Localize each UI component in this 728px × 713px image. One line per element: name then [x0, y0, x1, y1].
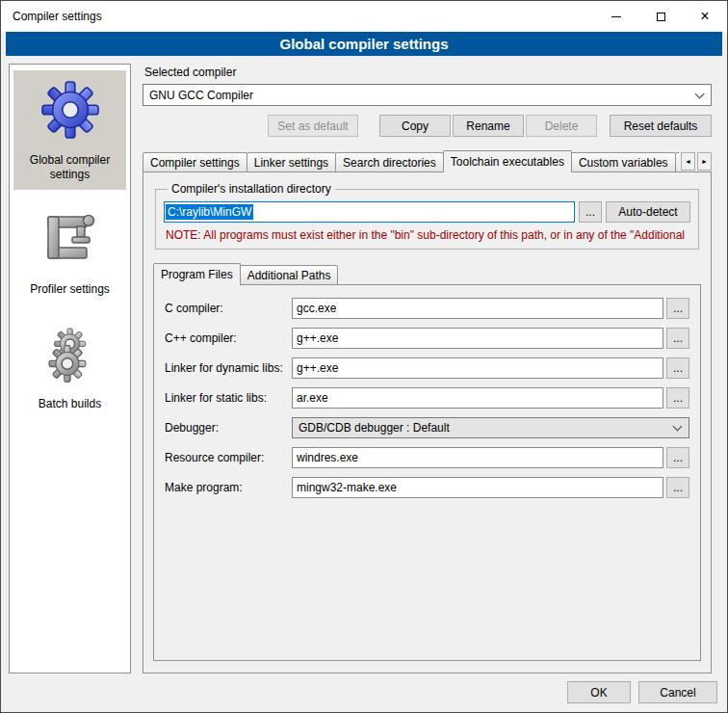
program-files-panel: C compiler: ... C++ compiler: ... Linker…: [153, 284, 701, 661]
compiler-select[interactable]: GNU GCC Compiler: [143, 84, 712, 106]
set-as-default-button[interactable]: Set as default: [268, 115, 358, 137]
static-linker-browse-button[interactable]: ...: [666, 387, 689, 409]
debugger-select-value: GDB/CDB debugger : Default: [299, 421, 666, 435]
tab-toolchain-executables[interactable]: Toolchain executables: [443, 150, 572, 172]
tab-linker-settings[interactable]: Linker settings: [247, 152, 336, 172]
ok-button[interactable]: OK: [567, 681, 631, 703]
sidebar-item-label: Global compiler settings: [16, 153, 123, 182]
note-text: NOTE: All programs must exist either in …: [166, 228, 690, 242]
make-program-input[interactable]: [292, 477, 663, 498]
maximize-button[interactable]: [638, 1, 683, 32]
form-row: Debugger: GDB/CDB debugger : Default: [165, 417, 689, 438]
make-program-browse-button[interactable]: ...: [666, 477, 689, 498]
banner-title: Global compiler settings: [6, 32, 722, 56]
compiler-actions: Set as default Copy Rename Delete Reset …: [143, 115, 712, 137]
dynamic-linker-input[interactable]: [292, 357, 663, 379]
form-row: Linker for dynamic libs: ...: [165, 357, 689, 379]
subtab-program-files[interactable]: Program Files: [153, 263, 241, 285]
resource-compiler-browse-button[interactable]: ...: [666, 447, 689, 468]
field-label: Linker for dynamic libs:: [165, 361, 292, 375]
maximize-icon: [657, 13, 665, 21]
form-row: Linker for static libs: ...: [165, 387, 689, 409]
c-compiler-input[interactable]: [292, 298, 663, 319]
sidebar-item-batch-builds[interactable]: Batch builds: [13, 314, 126, 419]
form-row: Make program: ...: [165, 477, 689, 498]
reset-defaults-button[interactable]: Reset defaults: [610, 115, 712, 137]
install-dir-browse-button[interactable]: ...: [579, 201, 602, 223]
close-button[interactable]: ×: [683, 1, 727, 32]
tab-custom-variables[interactable]: Custom variables: [571, 152, 676, 172]
install-dir-row: C:\raylib\MinGW ... Auto-detect: [164, 201, 690, 223]
tab-search-directories[interactable]: Search directories: [335, 152, 444, 172]
selected-compiler-label: Selected compiler: [144, 66, 712, 79]
field-label: C compiler:: [165, 302, 292, 315]
subtab-additional-paths[interactable]: Additional Paths: [240, 265, 339, 285]
subtab-strip: Program Files Additional Paths: [153, 263, 701, 285]
cpp-compiler-browse-button[interactable]: ...: [666, 328, 689, 349]
scroll-left-icon: ◄: [685, 158, 691, 165]
tab-scroll-left-button[interactable]: ◄: [681, 152, 695, 171]
field-label: Make program:: [165, 481, 292, 494]
dialog-content: Global compiler settings: [1, 56, 727, 673]
titlebar: Compiler settings ×: [1, 1, 727, 32]
profiler-clamp-icon: [40, 209, 100, 269]
field-label: C++ compiler:: [165, 331, 292, 345]
install-dir-value: C:\raylib\MinGW: [166, 204, 253, 220]
auto-detect-button[interactable]: Auto-detect: [606, 201, 690, 223]
field-label: Linker for static libs:: [165, 391, 292, 405]
copy-button[interactable]: Copy: [379, 115, 451, 137]
install-dir-group-title: Compiler's installation directory: [168, 182, 335, 196]
resource-compiler-input[interactable]: [292, 447, 663, 468]
rename-button[interactable]: Rename: [453, 115, 524, 137]
sidebar: Global compiler settings: [9, 64, 131, 673]
dialog-footer: OK Cancel: [1, 673, 727, 712]
chevron-down-icon: [673, 422, 683, 432]
tab-compiler-settings[interactable]: Compiler settings: [143, 152, 247, 172]
field-label: Resource compiler:: [165, 451, 292, 464]
window-controls: ×: [594, 1, 727, 32]
tab-scrollers: ◄ ►: [679, 152, 712, 171]
c-compiler-browse-button[interactable]: ...: [666, 298, 689, 319]
cpp-compiler-input[interactable]: [292, 328, 663, 349]
sidebar-item-profiler-settings[interactable]: Profiler settings: [13, 199, 126, 304]
chevron-down-icon: [695, 89, 705, 98]
window-title: Compiler settings: [1, 10, 594, 23]
install-dir-input[interactable]: C:\raylib\MinGW: [164, 201, 575, 223]
debugger-select[interactable]: GDB/CDB debugger : Default: [292, 417, 689, 438]
tab-bar: Compiler settings Linker settings Search…: [143, 150, 712, 172]
cancel-button[interactable]: Cancel: [638, 681, 717, 703]
form-row: Resource compiler: ...: [165, 447, 689, 468]
blue-gear-icon: [40, 80, 100, 140]
sidebar-item-global-compiler-settings[interactable]: Global compiler settings: [13, 70, 126, 190]
main-area: Selected compiler GNU GCC Compiler Set a…: [141, 64, 719, 673]
scroll-right-icon: ►: [701, 158, 708, 165]
delete-button[interactable]: Delete: [526, 115, 597, 137]
compiler-select-value: GNU GCC Compiler: [149, 89, 689, 102]
tab-strip: Compiler settings Linker settings Search…: [143, 150, 712, 172]
static-linker-input[interactable]: [292, 387, 663, 409]
tab-scroll-right-button[interactable]: ►: [697, 152, 712, 171]
batch-gears-icon: [40, 324, 100, 383]
form-row: C++ compiler: ...: [165, 328, 689, 349]
field-label: Debugger:: [165, 421, 292, 435]
minimize-button[interactable]: [594, 1, 638, 32]
sidebar-item-label: Batch builds: [16, 397, 123, 411]
install-dir-group: Compiler's installation directory C:\ray…: [155, 182, 699, 250]
form-row: C compiler: ...: [165, 298, 689, 319]
minimize-icon: [611, 16, 621, 17]
sidebar-item-label: Profiler settings: [16, 282, 123, 297]
dynamic-linker-browse-button[interactable]: ...: [666, 357, 689, 379]
close-icon: ×: [700, 9, 709, 24]
toolchain-executables-panel: Compiler's installation directory C:\ray…: [143, 172, 712, 673]
subtab-bar: Program Files Additional Paths: [153, 263, 701, 285]
